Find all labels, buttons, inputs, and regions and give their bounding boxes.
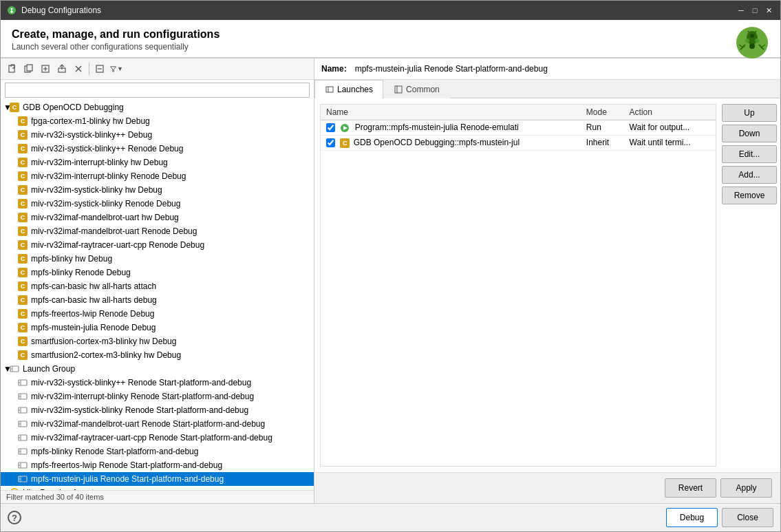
export-button[interactable] bbox=[54, 61, 69, 76]
item-icon: C bbox=[17, 322, 28, 333]
tree-item[interactable]: C miv-rv32im-interrupt-blinky Renode Deb… bbox=[1, 169, 314, 183]
page-subtitle: Launch several other configurations sequ… bbox=[12, 42, 769, 52]
item-icon: C bbox=[17, 253, 28, 264]
launch-item-icon bbox=[17, 418, 28, 429]
launch-group-label: Launch Group bbox=[23, 364, 75, 374]
filter-button[interactable]: ▼ bbox=[109, 61, 124, 76]
tree-item[interactable]: miv-rv32imaf-raytracer-uart-cpp Renode S… bbox=[1, 431, 314, 445]
item-label: smartfusion-cortex-m3-blinky hw Debug bbox=[31, 337, 176, 346]
tree-item[interactable]: miv-rv32im-interrupt-blinky Renode Start… bbox=[1, 390, 314, 403]
new-prototype-button[interactable] bbox=[38, 61, 53, 76]
tree-item[interactable]: C miv-rv32imaf-mandelbrot-uart Renode De… bbox=[1, 224, 314, 238]
item-icon: C bbox=[17, 212, 28, 223]
new-config-button[interactable] bbox=[5, 61, 20, 76]
help-button[interactable]: ? bbox=[8, 511, 21, 524]
svg-point-6 bbox=[745, 39, 749, 43]
delete-button[interactable] bbox=[71, 61, 86, 76]
svg-point-59 bbox=[19, 478, 21, 480]
tree-item[interactable]: miv-rv32imaf-mandelbrot-uart Renode Star… bbox=[1, 417, 314, 431]
maximize-button[interactable]: □ bbox=[749, 4, 761, 17]
item-label: mpfs-mustein-julia Renode Debug bbox=[31, 323, 156, 332]
tree-item[interactable]: C miv-rv32imaf-mandelbrot-uart hw Debug bbox=[1, 211, 314, 224]
item-icon: C bbox=[17, 336, 28, 347]
tree-item[interactable]: C smartfusion2-cortex-m3-blinky hw Debug bbox=[1, 348, 314, 362]
tree-item[interactable]: C mpfs-can-basic hw all-harts attach bbox=[1, 279, 314, 293]
window-controls: ─ □ ✕ bbox=[735, 4, 775, 17]
row-action-cell: Wait until termi... bbox=[624, 135, 716, 150]
window-icon bbox=[6, 5, 17, 16]
row-name-label: GDB OpenOCD Debugging::mpfs-mustein-jul bbox=[354, 138, 520, 147]
tree-item[interactable]: C mpfs-freertos-lwip Renode Debug bbox=[1, 307, 314, 321]
tree-item[interactable]: C miv-rv32i-systick-blinky++ Renode Debu… bbox=[1, 142, 314, 156]
item-icon: C bbox=[17, 143, 28, 154]
name-input[interactable] bbox=[352, 63, 773, 75]
item-label: smartfusion2-cortex-m3-blinky hw Debug bbox=[31, 350, 181, 360]
table-row[interactable]: C GDB OpenOCD Debugging::mpfs-mustein-ju… bbox=[321, 135, 716, 150]
minimize-button[interactable]: ─ bbox=[735, 4, 747, 17]
row-checkbox-2[interactable] bbox=[326, 138, 335, 147]
left-panel: ▼ ▼ C GDB OpenOCD Debugging bbox=[1, 58, 314, 503]
tree-item[interactable]: C miv-rv32im-systick-blinky Renode Debug bbox=[1, 197, 314, 211]
item-label: miv-rv32i-systick-blinky++ Renode Start-… bbox=[31, 378, 251, 387]
launch-group-header[interactable]: ▼ Launch Group bbox=[1, 362, 314, 376]
tree-item[interactable]: C miv-rv32im-interrupt-blinky hw Debug bbox=[1, 156, 314, 169]
tree-item[interactable]: C mpfs-mustein-julia Renode Debug bbox=[1, 321, 314, 334]
toolbar-separator-1 bbox=[89, 63, 89, 75]
tab-launches[interactable]: Launches bbox=[314, 80, 383, 98]
row-action-value: Wait until termi... bbox=[630, 138, 691, 147]
tree-item[interactable]: C miv-rv32im-systick-blinky hw Debug bbox=[1, 183, 314, 197]
svg-point-44 bbox=[19, 409, 21, 411]
item-label: miv-rv32im-systick-blinky Renode Start-p… bbox=[31, 405, 248, 415]
close-button[interactable]: Close bbox=[722, 508, 773, 527]
launches-tab-label: Launches bbox=[337, 85, 373, 94]
tree-item[interactable]: C mpfs-blinky hw Debug bbox=[1, 252, 314, 266]
debug-config-icon: C bbox=[340, 138, 350, 148]
tree-item[interactable]: miv-rv32im-systick-blinky Renode Start-p… bbox=[1, 403, 314, 417]
row-checkbox-1[interactable] bbox=[326, 123, 335, 132]
item-icon: C bbox=[17, 240, 28, 251]
item-label: miv-rv32im-interrupt-blinky hw Debug bbox=[31, 158, 168, 167]
launch-item-icon bbox=[17, 405, 28, 416]
tree-item[interactable]: mpfs-freertos-lwip Renode Start-platform… bbox=[1, 458, 314, 472]
close-window-button[interactable]: ✕ bbox=[762, 4, 775, 17]
launch-group-icon bbox=[9, 363, 20, 374]
item-label: mpfs-blinky Renode Debug bbox=[31, 268, 131, 277]
debug-button[interactable]: Debug bbox=[666, 508, 718, 527]
window-title: Debug Configurations bbox=[21, 6, 735, 15]
row-action-value: Wait for output... bbox=[630, 123, 690, 132]
launch-expand-icon: ▼ bbox=[3, 364, 9, 374]
gdb-group-header[interactable]: ▼ C GDB OpenOCD Debugging bbox=[1, 100, 314, 114]
tree-item[interactable]: C miv-rv32imaf-raytracer-uart-cpp Renode… bbox=[1, 238, 314, 252]
tree-container: ▼ C GDB OpenOCD Debugging C fpga-cortex-… bbox=[1, 100, 314, 490]
remove-button[interactable]: Remove bbox=[722, 187, 777, 204]
apply-button[interactable]: Apply bbox=[720, 478, 772, 498]
svg-point-47 bbox=[19, 423, 21, 425]
tree-item[interactable]: C smartfusion-cortex-m3-blinky hw Debug bbox=[1, 334, 314, 348]
search-box bbox=[5, 83, 310, 98]
down-button[interactable]: Down bbox=[722, 125, 777, 142]
add-button[interactable]: Add... bbox=[722, 166, 777, 184]
row-name-cell: Program::mpfs-mustein-julia Renode-emula… bbox=[321, 120, 581, 136]
filter-status: Filter matched 30 of 40 items bbox=[1, 490, 314, 503]
name-field-label: Name: bbox=[321, 64, 347, 74]
table-row[interactable]: Program::mpfs-mustein-julia Renode-emula… bbox=[321, 120, 716, 136]
tree-item[interactable]: C mpfs-can-basic hw all-harts debug bbox=[1, 293, 314, 307]
tree-item[interactable]: miv-rv32i-systick-blinky++ Renode Start-… bbox=[1, 376, 314, 390]
tree-item[interactable]: C mpfs-blinky Renode Debug bbox=[1, 266, 314, 279]
launch-item-icon bbox=[17, 446, 28, 457]
launches-tab-icon bbox=[325, 85, 334, 94]
revert-button[interactable]: Revert bbox=[665, 478, 716, 498]
up-button[interactable]: Up bbox=[722, 104, 777, 122]
row-mode-cell: Inherit bbox=[581, 135, 624, 150]
search-input[interactable] bbox=[5, 83, 310, 98]
tab-common[interactable]: Common bbox=[383, 80, 450, 98]
selected-tree-item[interactable]: mpfs-mustein-julia Renode Start-platform… bbox=[1, 472, 314, 486]
tree-item[interactable]: mpfs-blinky Renode Start-platform-and-de… bbox=[1, 445, 314, 458]
tree-item[interactable]: C miv-rv32i-systick-blinky++ Debug bbox=[1, 128, 314, 142]
logo bbox=[735, 25, 769, 62]
tree-item[interactable]: C fpga-cortex-m1-blinky hw Debug bbox=[1, 114, 314, 128]
main-content: ▼ ▼ C GDB OpenOCD Debugging bbox=[1, 58, 780, 503]
duplicate-button[interactable] bbox=[21, 61, 36, 76]
edit-button[interactable]: Edit... bbox=[722, 145, 777, 163]
collapse-all-button[interactable] bbox=[92, 61, 107, 76]
